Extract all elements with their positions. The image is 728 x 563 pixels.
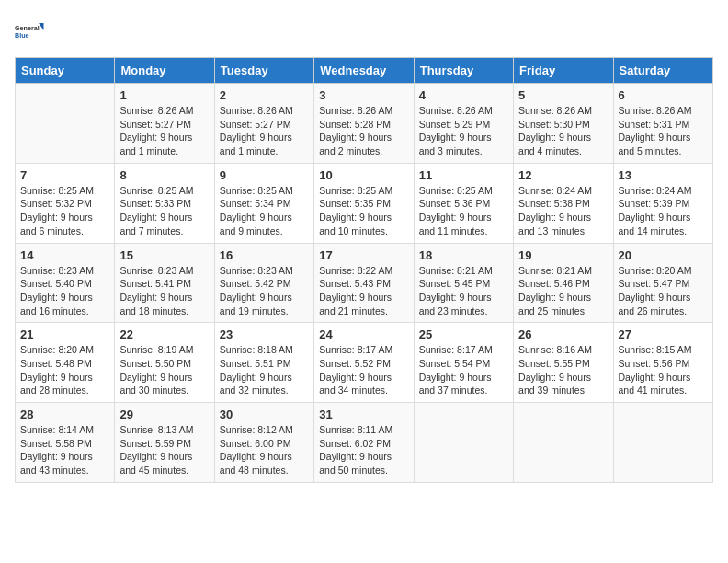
cell-info: Sunrise: 8:25 AM Sunset: 5:36 PM Dayligh… [419,184,508,238]
calendar-cell: 16Sunrise: 8:23 AM Sunset: 5:42 PM Dayli… [214,243,313,323]
calendar-cell [613,403,712,483]
day-number: 4 [419,88,508,102]
calendar-cell: 28Sunrise: 8:14 AM Sunset: 5:58 PM Dayli… [16,403,115,483]
cell-info: Sunrise: 8:19 AM Sunset: 5:50 PM Dayligh… [119,343,209,397]
cell-info: Sunrise: 8:20 AM Sunset: 5:47 PM Dayligh… [619,264,708,318]
calendar-cell: 15Sunrise: 8:23 AM Sunset: 5:41 PM Dayli… [115,243,214,323]
day-number: 23 [220,327,309,341]
cell-info: Sunrise: 8:23 AM Sunset: 5:40 PM Dayligh… [20,264,109,318]
calendar-cell: 11Sunrise: 8:25 AM Sunset: 5:36 PM Dayli… [414,163,513,243]
calendar-table: SundayMondayTuesdayWednesdayThursdayFrid… [15,57,713,483]
day-number: 20 [619,248,708,262]
calendar-cell: 20Sunrise: 8:20 AM Sunset: 5:47 PM Dayli… [613,243,712,323]
cell-info: Sunrise: 8:17 AM Sunset: 5:54 PM Dayligh… [419,343,508,397]
weekday-header-saturday: Saturday [613,58,712,84]
day-number: 27 [619,327,708,341]
cell-info: Sunrise: 8:26 AM Sunset: 5:30 PM Dayligh… [518,104,608,158]
day-number: 9 [220,168,309,182]
cell-info: Sunrise: 8:25 AM Sunset: 5:33 PM Dayligh… [119,184,209,238]
weekday-header-thursday: Thursday [414,58,513,84]
cell-info: Sunrise: 8:25 AM Sunset: 5:34 PM Dayligh… [220,184,309,238]
calendar-cell: 2Sunrise: 8:26 AM Sunset: 5:27 PM Daylig… [214,84,313,164]
day-number: 10 [319,168,408,182]
calendar-cell: 9Sunrise: 8:25 AM Sunset: 5:34 PM Daylig… [214,163,313,243]
calendar-cell: 6Sunrise: 8:26 AM Sunset: 5:31 PM Daylig… [613,84,712,164]
logo-icon: GeneralBlue [15,15,48,48]
weekday-header-monday: Monday [115,58,214,84]
cell-info: Sunrise: 8:26 AM Sunset: 5:31 PM Dayligh… [619,104,708,158]
calendar-cell [414,403,513,483]
svg-marker-2 [39,23,43,30]
day-number: 6 [619,88,708,102]
day-number: 16 [220,248,309,262]
cell-info: Sunrise: 8:26 AM Sunset: 5:27 PM Dayligh… [220,104,309,158]
day-number: 2 [220,88,309,102]
calendar-cell: 3Sunrise: 8:26 AM Sunset: 5:28 PM Daylig… [314,84,414,164]
day-number: 29 [119,408,209,421]
cell-info: Sunrise: 8:18 AM Sunset: 5:51 PM Dayligh… [220,343,309,397]
day-number: 31 [319,408,408,421]
day-number: 24 [319,327,408,341]
day-number: 7 [20,168,109,182]
day-number: 8 [119,168,209,182]
cell-info: Sunrise: 8:25 AM Sunset: 5:32 PM Dayligh… [20,184,109,238]
cell-info: Sunrise: 8:26 AM Sunset: 5:27 PM Dayligh… [119,104,209,158]
logo: GeneralBlue [15,15,48,48]
cell-info: Sunrise: 8:21 AM Sunset: 5:45 PM Dayligh… [419,264,508,318]
cell-info: Sunrise: 8:26 AM Sunset: 5:28 PM Dayligh… [319,104,408,158]
cell-info: Sunrise: 8:24 AM Sunset: 5:38 PM Dayligh… [518,184,608,238]
calendar-cell: 17Sunrise: 8:22 AM Sunset: 5:43 PM Dayli… [314,243,414,323]
day-number: 12 [518,168,608,182]
cell-info: Sunrise: 8:23 AM Sunset: 5:42 PM Dayligh… [220,264,309,318]
cell-info: Sunrise: 8:14 AM Sunset: 5:58 PM Dayligh… [20,423,109,477]
calendar-cell: 14Sunrise: 8:23 AM Sunset: 5:40 PM Dayli… [16,243,115,323]
calendar-cell: 1Sunrise: 8:26 AM Sunset: 5:27 PM Daylig… [115,84,214,164]
calendar-cell: 18Sunrise: 8:21 AM Sunset: 5:45 PM Dayli… [414,243,513,323]
calendar-cell: 24Sunrise: 8:17 AM Sunset: 5:52 PM Dayli… [314,323,414,403]
day-number: 15 [119,248,209,262]
day-number: 22 [119,327,209,341]
cell-info: Sunrise: 8:26 AM Sunset: 5:29 PM Dayligh… [419,104,508,158]
day-number: 25 [419,327,508,341]
cell-info: Sunrise: 8:21 AM Sunset: 5:46 PM Dayligh… [518,264,608,318]
cell-info: Sunrise: 8:22 AM Sunset: 5:43 PM Dayligh… [319,264,408,318]
day-number: 1 [119,88,209,102]
calendar-week-1: 1Sunrise: 8:26 AM Sunset: 5:27 PM Daylig… [16,84,713,164]
day-number: 19 [518,248,608,262]
day-number: 13 [619,168,708,182]
day-number: 18 [419,248,508,262]
day-number: 17 [319,248,408,262]
calendar-cell: 31Sunrise: 8:11 AM Sunset: 6:02 PM Dayli… [314,403,414,483]
calendar-cell [514,403,613,483]
calendar-cell: 4Sunrise: 8:26 AM Sunset: 5:29 PM Daylig… [414,84,513,164]
day-number: 5 [518,88,608,102]
calendar-cell: 21Sunrise: 8:20 AM Sunset: 5:48 PM Dayli… [16,323,115,403]
cell-info: Sunrise: 8:13 AM Sunset: 5:59 PM Dayligh… [119,423,209,477]
calendar-cell: 10Sunrise: 8:25 AM Sunset: 5:35 PM Dayli… [314,163,414,243]
calendar-cell: 29Sunrise: 8:13 AM Sunset: 5:59 PM Dayli… [115,403,214,483]
cell-info: Sunrise: 8:24 AM Sunset: 5:39 PM Dayligh… [619,184,708,238]
cell-info: Sunrise: 8:17 AM Sunset: 5:52 PM Dayligh… [319,343,408,397]
cell-info: Sunrise: 8:11 AM Sunset: 6:02 PM Dayligh… [319,423,408,477]
calendar-cell: 7Sunrise: 8:25 AM Sunset: 5:32 PM Daylig… [16,163,115,243]
svg-text:Blue: Blue [15,31,29,40]
calendar-cell: 5Sunrise: 8:26 AM Sunset: 5:30 PM Daylig… [514,84,613,164]
calendar-week-3: 14Sunrise: 8:23 AM Sunset: 5:40 PM Dayli… [16,243,713,323]
calendar-week-2: 7Sunrise: 8:25 AM Sunset: 5:32 PM Daylig… [16,163,713,243]
cell-info: Sunrise: 8:25 AM Sunset: 5:35 PM Dayligh… [319,184,408,238]
calendar-cell: 19Sunrise: 8:21 AM Sunset: 5:46 PM Dayli… [514,243,613,323]
calendar-cell: 23Sunrise: 8:18 AM Sunset: 5:51 PM Dayli… [214,323,313,403]
day-number: 11 [419,168,508,182]
calendar-cell: 22Sunrise: 8:19 AM Sunset: 5:50 PM Dayli… [115,323,214,403]
cell-info: Sunrise: 8:23 AM Sunset: 5:41 PM Dayligh… [119,264,209,318]
weekday-header-friday: Friday [514,58,613,84]
cell-info: Sunrise: 8:20 AM Sunset: 5:48 PM Dayligh… [20,343,109,397]
weekday-header-sunday: Sunday [16,58,115,84]
calendar-cell: 12Sunrise: 8:24 AM Sunset: 5:38 PM Dayli… [514,163,613,243]
calendar-cell: 13Sunrise: 8:24 AM Sunset: 5:39 PM Dayli… [613,163,712,243]
calendar-cell [16,84,115,164]
weekday-header-tuesday: Tuesday [214,58,313,84]
calendar-week-4: 21Sunrise: 8:20 AM Sunset: 5:48 PM Dayli… [16,323,713,403]
calendar-week-5: 28Sunrise: 8:14 AM Sunset: 5:58 PM Dayli… [16,403,713,483]
calendar-cell: 25Sunrise: 8:17 AM Sunset: 5:54 PM Dayli… [414,323,513,403]
